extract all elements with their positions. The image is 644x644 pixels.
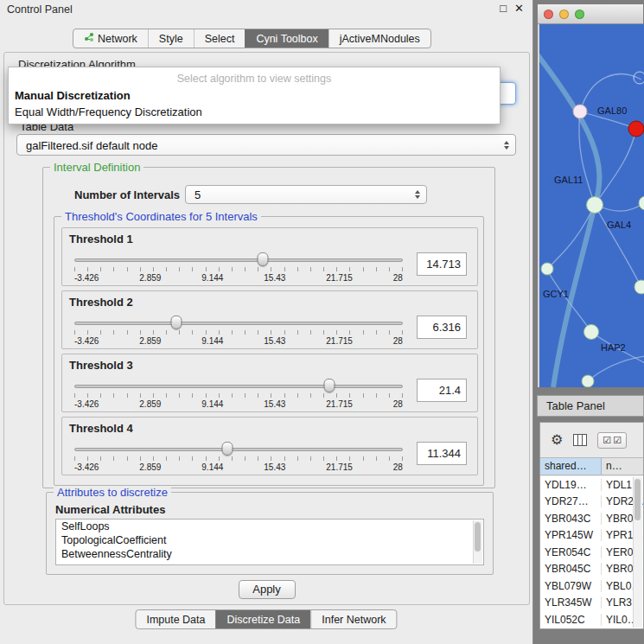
cell[interactable]: YER054C (540, 546, 602, 558)
scale-tick-label: 21.715 (326, 273, 353, 283)
slider-scale: -3.4262.8599.14415.4321.71528 (74, 336, 403, 346)
tab-cyni-toolbox[interactable]: Cyni Toolbox (245, 29, 328, 48)
tab-impute-data[interactable]: Impute Data (136, 610, 215, 628)
scrollbar-thumb[interactable] (475, 522, 481, 552)
threshold-2-value-field[interactable]: 6.316 (417, 316, 467, 339)
table-header-row: shared… n… (540, 457, 643, 475)
table-row[interactable]: YBR045CYBR0… (540, 561, 643, 578)
table-row[interactable]: YDL19…YDL1… (540, 476, 643, 494)
graph-node[interactable] (587, 197, 603, 214)
threshold-1-value-field[interactable]: 14.713 (417, 252, 467, 276)
scale-tick-label: 15.43 (264, 399, 285, 409)
table-row[interactable]: YER054CYER0… (540, 544, 643, 561)
threshold-1-slider[interactable] (74, 252, 403, 273)
table-row[interactable]: YDR27…YDR2… (540, 494, 643, 511)
scale-tick-label: 15.43 (264, 273, 285, 283)
cell[interactable]: YBR043C (540, 513, 602, 525)
cyni-toolbox-panel: Discretization Algorithm Select algorith… (3, 52, 530, 605)
graph-node[interactable] (639, 196, 644, 210)
threshold-2-slider[interactable] (74, 316, 403, 336)
interval-definition-title: Interval Definition (50, 161, 143, 174)
tab-style[interactable]: Style (148, 29, 194, 48)
thresholds-group: Threshold's Coordinates for 5 Intervals … (54, 216, 484, 486)
zoom-traffic-icon[interactable] (575, 10, 584, 19)
list-item[interactable]: TopologicalCoefficient (56, 533, 483, 547)
list-scrollbar[interactable] (473, 520, 482, 564)
slider-scale: -3.4262.8599.14415.4321.71528 (74, 273, 403, 283)
scale-tick-label: 28 (393, 399, 403, 409)
scale-tick-label: -3.426 (74, 462, 99, 472)
column-header-shared-name[interactable]: shared… (540, 458, 602, 475)
tab-label: Cyni Toolbox (256, 33, 317, 45)
scrollbar-thumb[interactable] (634, 479, 641, 520)
network-window-titlebar[interactable] (538, 4, 643, 24)
thresholds-group-title: Threshold's Coordinates for 5 Intervals (61, 210, 261, 223)
graph-node[interactable] (582, 375, 594, 387)
dropdown-option-manual-discretization[interactable]: Manual Discretization (9, 87, 500, 104)
table-row[interactable]: YBR043CYBR0… (540, 510, 643, 527)
threshold-4-slider[interactable] (74, 442, 403, 462)
table-row[interactable]: YIL052CYIL0… (540, 611, 643, 628)
number-of-intervals-combobox[interactable]: 5 (185, 185, 427, 204)
cell[interactable]: YDL19… (540, 479, 602, 491)
dropdown-prompt: Select algorithm to view settings (9, 67, 500, 87)
scale-tick-label: 21.715 (326, 399, 353, 409)
slider-thumb[interactable] (222, 442, 233, 456)
slider-track[interactable] (74, 322, 403, 325)
threshold-label: Threshold 2 (69, 296, 133, 309)
column-header-name[interactable]: n… (602, 458, 643, 475)
scale-tick-label: 28 (393, 462, 403, 472)
table-panel-header[interactable]: Table Panel (537, 395, 644, 417)
tab-select[interactable]: Select (194, 29, 245, 48)
cell[interactable]: YDR27… (540, 495, 602, 507)
slider-thumb[interactable] (257, 252, 268, 266)
cell[interactable]: YPR145W (540, 529, 602, 541)
threshold-label: Threshold 4 (69, 422, 133, 435)
slider-track[interactable] (74, 448, 403, 451)
cell[interactable]: YIL052C (540, 614, 602, 626)
number-of-intervals-label: Number of Intervals (74, 188, 180, 201)
gear-icon[interactable]: ⚙ (551, 433, 563, 447)
network-icon (84, 32, 94, 45)
scale-tick-label: 15.43 (264, 462, 285, 472)
slider-track[interactable] (74, 258, 403, 262)
graph-node-selected[interactable] (628, 121, 644, 137)
graph-node[interactable] (573, 105, 587, 118)
slider-track[interactable] (74, 385, 403, 388)
table-data-combobox[interactable]: galFiltered.sif default node (16, 134, 516, 156)
columns-icon[interactable] (573, 434, 587, 446)
slider-thumb[interactable] (323, 379, 335, 392)
float-window-icon[interactable]: □ (500, 2, 507, 15)
window-title: Control Panel (7, 3, 73, 16)
table-row[interactable]: YBL079WYBL0… (540, 577, 643, 595)
threshold-3-slider[interactable] (74, 379, 403, 399)
apply-button[interactable]: Apply (239, 580, 296, 599)
tab-discretize-data[interactable]: Discretize Data (216, 610, 311, 628)
minimize-traffic-icon[interactable] (559, 10, 569, 19)
table-row[interactable]: YLR345WYLR3… (540, 595, 643, 612)
table-row[interactable]: YPR145WYPR1… (540, 527, 643, 545)
threshold-label: Threshold 3 (69, 359, 133, 372)
dropdown-option-equal-width-frequency[interactable]: Equal Width/Frequency Discretization (9, 104, 500, 120)
close-icon[interactable]: ✕ (514, 2, 524, 15)
select-columns-button[interactable]: ☑ ☑ (597, 432, 627, 449)
graph-node[interactable] (584, 325, 599, 340)
node-label: HAP2 (601, 342, 626, 353)
network-canvas[interactable]: GAL80 GAL11 GAL4 GCY1 HAP2 (539, 24, 644, 387)
list-item[interactable]: BetweennessCentrality (56, 547, 483, 561)
threshold-3-value-field[interactable]: 21.4 (417, 379, 467, 402)
threshold-4-value-field[interactable]: 11.344 (417, 442, 467, 465)
graph-node[interactable] (634, 280, 644, 294)
graph-node[interactable] (541, 263, 553, 275)
cell[interactable]: YBL079W (540, 580, 602, 592)
tab-jactivemodules[interactable]: jActiveMNodules (328, 29, 430, 48)
list-item[interactable]: SelfLoops (56, 520, 483, 533)
tab-infer-network[interactable]: Infer Network (310, 610, 396, 628)
cell[interactable]: YLR345W (540, 596, 602, 609)
close-traffic-icon[interactable] (544, 10, 553, 19)
tab-network[interactable]: Network (73, 29, 148, 48)
cell[interactable]: YBR045C (540, 563, 602, 575)
table-scrollbar[interactable] (633, 477, 642, 628)
slider-thumb[interactable] (170, 316, 182, 329)
scale-tick-label: 21.715 (326, 462, 353, 472)
